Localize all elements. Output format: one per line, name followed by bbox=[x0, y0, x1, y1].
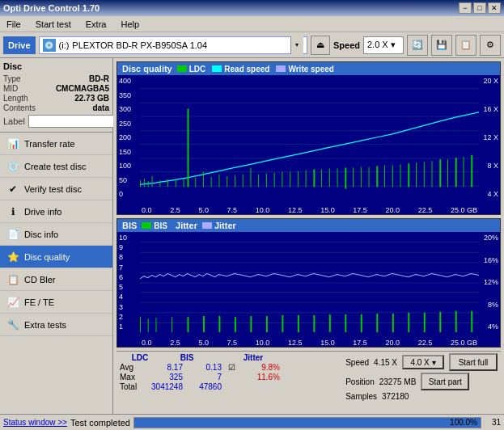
svg-rect-82 bbox=[439, 312, 441, 332]
nav-section: 📊 Transfer rate 💿 Create test disc ✔ Ver… bbox=[0, 133, 112, 414]
eject-button[interactable]: ⏏ bbox=[311, 36, 330, 55]
right-panel: Disc quality LDC Read speed Write spe bbox=[113, 58, 504, 414]
svg-rect-13 bbox=[218, 175, 219, 188]
chart-top-y-right: 20 X 16 X 12 X 8 X 4 X bbox=[479, 75, 500, 200]
stats-header-ldc: LDC bbox=[120, 353, 160, 362]
svg-rect-80 bbox=[408, 313, 409, 332]
svg-rect-31 bbox=[235, 175, 235, 188]
svg-rect-66 bbox=[187, 317, 188, 332]
svg-rect-52 bbox=[464, 157, 464, 187]
status-bar: Status window >> Test completed 100.0% 3… bbox=[0, 414, 504, 430]
stats-max-row: Max 325 7 11.6% bbox=[120, 373, 280, 382]
chart-bottom-plot: 10 9 8 7 6 5 4 3 2 1 20% 16% bbox=[117, 232, 500, 347]
chart-top-y-left: 400 350 300 250 200 150 100 50 0 bbox=[117, 75, 140, 200]
drive-select-inner: 💿 (i:) PLEXTOR BD-R PX-B950SA 1.04 bbox=[43, 39, 290, 52]
disc-label-key: Label bbox=[3, 116, 25, 126]
nav-disc-quality[interactable]: ⭐ Disc quality bbox=[0, 246, 112, 268]
speed-select-dropdown[interactable]: 4.0 X ▾ bbox=[402, 355, 444, 369]
svg-rect-41 bbox=[337, 169, 338, 188]
stats-bar: LDC BIS Jitter Avg 8.17 0.13 ☑ 9.8% bbox=[116, 351, 501, 403]
stats-speed-row: Speed 4.15 X 4.0 X ▾ Start full bbox=[345, 353, 498, 371]
minimize-button[interactable]: − bbox=[459, 2, 472, 14]
svg-rect-23 bbox=[148, 181, 149, 187]
disc-mid-key: MID bbox=[3, 84, 18, 93]
nav-extra-tests[interactable]: 🔧 Extra tests bbox=[0, 314, 112, 336]
svg-rect-30 bbox=[227, 176, 227, 188]
close-button[interactable]: ✕ bbox=[488, 2, 501, 14]
start-full-button[interactable]: Start full bbox=[449, 353, 498, 371]
chart-top-plot: 400 350 300 250 200 150 100 50 0 20 X 16… bbox=[117, 75, 500, 214]
chart-top-x-labels: 0.0 2.5 5.0 7.5 10.0 12.5 15.0 17.5 20.0… bbox=[140, 206, 479, 214]
svg-rect-40 bbox=[329, 169, 330, 188]
legend-ldc-color bbox=[177, 65, 187, 72]
drive-dropdown-arrow[interactable]: ▾ bbox=[290, 36, 303, 54]
progress-bar-container: 100.0% bbox=[133, 417, 481, 428]
svg-rect-24 bbox=[159, 180, 160, 187]
svg-rect-44 bbox=[369, 167, 370, 187]
svg-rect-33 bbox=[258, 175, 259, 188]
nav-create-test-disc[interactable]: 💿 Create test disc bbox=[0, 155, 112, 178]
stats-position-label: Position bbox=[345, 377, 375, 386]
copy-button[interactable]: 📋 bbox=[455, 35, 476, 56]
stats-row: LDC BIS Jitter Avg 8.17 0.13 ☑ 9.8% bbox=[120, 353, 498, 401]
svg-rect-73 bbox=[298, 315, 299, 332]
menu-extra[interactable]: Extra bbox=[83, 18, 110, 31]
speed-select[interactable]: 2.0 X ▾ bbox=[363, 36, 404, 54]
nav-disc-quality-label: Disc quality bbox=[24, 252, 70, 262]
progress-bar-fill bbox=[134, 418, 481, 428]
chart-bottom-y-left: 10 9 8 7 6 5 4 3 2 1 bbox=[117, 232, 140, 332]
menu-file[interactable]: File bbox=[3, 18, 24, 31]
svg-rect-11 bbox=[187, 109, 188, 188]
legend-write-speed: Write speed bbox=[276, 65, 334, 74]
disc-type-val: BD-R bbox=[89, 74, 109, 83]
chart-bottom: BIS BIS Jitter Jitter bbox=[116, 218, 501, 348]
svg-rect-69 bbox=[235, 317, 236, 332]
stats-avg-ldc: 8.17 bbox=[150, 363, 183, 372]
svg-rect-83 bbox=[455, 311, 457, 332]
nav-fe-te-label: FE / TE bbox=[24, 297, 54, 307]
nav-drive-info[interactable]: ℹ Drive info bbox=[0, 200, 112, 223]
toolbar: Drive 💿 (i:) PLEXTOR BD-R PX-B950SA 1.04… bbox=[0, 32, 504, 58]
nav-verify-test-disc[interactable]: ✔ Verify test disc bbox=[0, 178, 112, 200]
chart-top-svg bbox=[140, 75, 479, 200]
svg-rect-70 bbox=[250, 316, 252, 332]
drive-label: Drive bbox=[3, 36, 36, 54]
chart-bottom-legend: BIS bbox=[142, 221, 167, 230]
drive-info-icon: ℹ bbox=[6, 205, 19, 218]
svg-rect-20 bbox=[439, 159, 441, 187]
nav-fe-te[interactable]: 📈 FE / TE bbox=[0, 291, 112, 314]
save-button[interactable]: 💾 bbox=[431, 35, 452, 56]
svg-rect-50 bbox=[432, 161, 433, 187]
svg-rect-48 bbox=[416, 162, 417, 187]
extra-tests-icon: 🔧 bbox=[6, 318, 19, 331]
drive-selector[interactable]: 💿 (i:) PLEXTOR BD-R PX-B950SA 1.04 ▾ bbox=[39, 36, 307, 54]
nav-cd-bler-label: CD Bler bbox=[24, 275, 56, 285]
svg-rect-67 bbox=[203, 316, 205, 332]
status-window-button[interactable]: Status window >> bbox=[3, 418, 67, 427]
nav-transfer-rate[interactable]: 📊 Transfer rate bbox=[0, 133, 112, 155]
legend-jitter-color bbox=[202, 222, 212, 229]
svg-rect-12 bbox=[203, 172, 204, 188]
speed-label: Speed bbox=[333, 40, 360, 50]
nav-cd-bler[interactable]: 📋 CD Bler bbox=[0, 268, 112, 291]
stats-table: LDC BIS Jitter Avg 8.17 0.13 ☑ 9.8% bbox=[120, 353, 280, 391]
maximize-button[interactable]: □ bbox=[473, 2, 486, 14]
refresh-button[interactable]: 🔄 bbox=[407, 35, 428, 56]
menu-start-test[interactable]: Start test bbox=[32, 18, 74, 31]
start-part-button[interactable]: Start part bbox=[421, 373, 469, 390]
main-content: Disc Type BD-R MID CMCMAGBA5 Length 22.7… bbox=[0, 58, 504, 414]
svg-rect-25 bbox=[167, 179, 168, 187]
menu-help[interactable]: Help bbox=[117, 18, 142, 31]
nav-disc-info[interactable]: 📄 Disc info bbox=[0, 223, 112, 246]
svg-rect-18 bbox=[376, 166, 378, 187]
stats-total-label: Total bbox=[120, 382, 144, 391]
chart-top-legend: LDC Read speed Write speed bbox=[177, 65, 334, 74]
chart-bottom-x-labels: 0.0 2.5 5.0 7.5 10.0 12.5 15.0 17.5 20.0… bbox=[140, 339, 479, 347]
disc-type-row: Type BD-R bbox=[3, 74, 109, 83]
stats-max-jitter: 11.6% bbox=[248, 373, 280, 382]
svg-rect-72 bbox=[282, 315, 283, 332]
cd-bler-icon: 📋 bbox=[6, 273, 19, 286]
svg-rect-32 bbox=[243, 175, 244, 188]
settings-button[interactable]: ⚙ bbox=[480, 35, 501, 56]
nav-extra-tests-label: Extra tests bbox=[24, 320, 66, 330]
